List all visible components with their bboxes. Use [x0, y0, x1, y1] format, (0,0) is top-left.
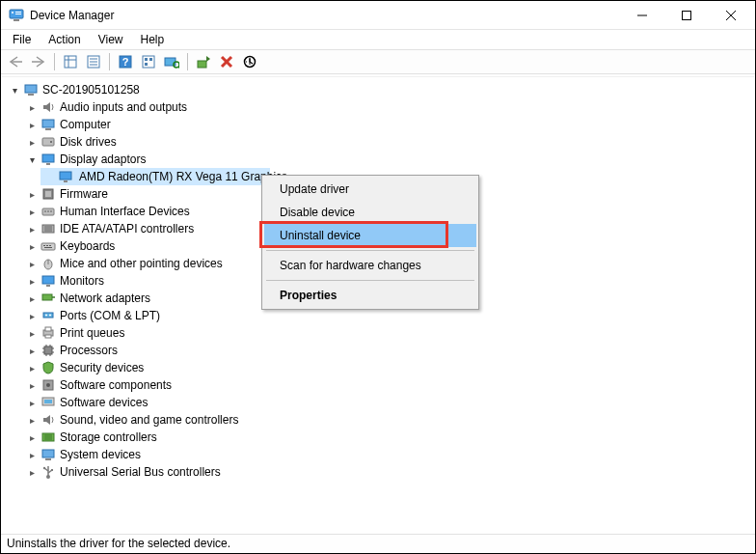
chevron-right-icon[interactable] [25, 309, 39, 322]
disable-toolbar-button[interactable] [239, 51, 260, 72]
tree-label: Software components [60, 378, 172, 392]
toolbar-separator [109, 53, 110, 70]
svg-rect-60 [42, 294, 52, 300]
chevron-right-icon[interactable] [25, 430, 39, 444]
tree-label: Firmware [60, 187, 108, 201]
menu-file[interactable]: File [5, 31, 39, 48]
display-adapter-icon [58, 169, 73, 184]
tree-label: Security devices [60, 361, 144, 374]
menu-action[interactable]: Action [40, 31, 88, 48]
svg-point-45 [47, 210, 49, 212]
maximize-button[interactable] [664, 1, 709, 30]
chevron-right-icon[interactable] [25, 118, 39, 131]
tree-item-audio[interactable]: Audio inputs and outputs [23, 98, 754, 116]
tree-item-display[interactable]: Display adaptors [23, 151, 754, 168]
tree-item-sound[interactable]: Sound, video and game controllers [23, 411, 754, 429]
toolbar-separator [187, 53, 188, 70]
computer-icon [23, 82, 39, 97]
chevron-right-icon[interactable] [25, 239, 39, 253]
menu-view[interactable]: View [91, 31, 131, 48]
context-scan-hardware[interactable]: Scan for hardware changes [264, 254, 476, 277]
forward-button[interactable] [28, 51, 49, 72]
chevron-right-icon[interactable] [25, 361, 39, 374]
minimize-button[interactable] [620, 1, 664, 30]
context-properties[interactable]: Properties [264, 284, 476, 307]
tree-label: Sound, video and game controllers [60, 413, 238, 427]
close-button[interactable] [709, 1, 753, 30]
chevron-right-icon[interactable] [25, 396, 39, 409]
keyboard-icon [40, 238, 56, 254]
menu-help[interactable]: Help [133, 31, 173, 48]
show-hide-tree-button[interactable] [60, 51, 81, 72]
ide-icon [40, 221, 56, 236]
window-title: Device Manager [30, 9, 620, 22]
display-adapter-icon [40, 152, 56, 167]
chevron-right-icon[interactable] [25, 222, 39, 235]
svg-rect-22 [149, 58, 152, 61]
usb-icon [40, 464, 56, 480]
chevron-right-icon[interactable] [25, 413, 39, 427]
tree-item-security[interactable]: Security devices [23, 359, 754, 376]
tree-root[interactable]: SC-201905101258 [6, 81, 754, 98]
toolbar-separator [54, 53, 55, 70]
uninstall-toolbar-button[interactable] [216, 51, 237, 72]
tree-item-system[interactable]: System devices [23, 446, 754, 463]
context-uninstall-device[interactable]: Uninstall device [264, 224, 476, 247]
svg-text:?: ? [122, 56, 129, 68]
chevron-right-icon[interactable] [25, 274, 39, 288]
chevron-right-icon[interactable] [25, 205, 39, 218]
svg-rect-51 [41, 243, 55, 250]
chevron-right-icon[interactable] [25, 378, 39, 392]
svg-point-46 [50, 210, 52, 212]
tree-label: Audio inputs and outputs [60, 100, 187, 114]
action-toolbar-button[interactable] [138, 51, 159, 72]
properties-toolbar-button[interactable] [83, 51, 104, 72]
software-device-icon [40, 395, 56, 410]
chevron-right-icon[interactable] [25, 344, 39, 357]
tree-item-printq[interactable]: Print queues [23, 324, 754, 342]
tree-item-disk[interactable]: Disk drives [23, 133, 754, 151]
software-component-icon [40, 377, 56, 393]
system-icon [40, 447, 56, 462]
tree-label: Computer [60, 118, 111, 131]
svg-rect-11 [65, 56, 76, 68]
chevron-right-icon[interactable] [25, 326, 39, 340]
update-driver-toolbar-button[interactable] [193, 51, 214, 72]
chevron-right-icon[interactable] [25, 257, 39, 270]
tree-label: IDE ATA/ATAPI controllers [60, 222, 194, 235]
tree-item-computer[interactable]: Computer [23, 116, 754, 133]
help-toolbar-button[interactable]: ? [115, 51, 136, 72]
tree-item-usb[interactable]: Universal Serial Bus controllers [23, 463, 754, 481]
tree-item-storage[interactable]: Storage controllers [23, 429, 754, 446]
svg-rect-34 [45, 128, 51, 130]
chevron-right-icon[interactable] [25, 135, 39, 149]
svg-point-91 [43, 467, 45, 469]
tree-item-softcomp[interactable]: Software components [23, 376, 754, 394]
scan-hardware-button[interactable] [161, 51, 182, 72]
chevron-right-icon[interactable] [25, 291, 39, 305]
svg-rect-4 [15, 14, 21, 14]
tree-item-processors[interactable]: Processors [23, 342, 754, 359]
chevron-right-icon[interactable] [25, 448, 39, 461]
tree-item-softdev[interactable]: Software devices [23, 394, 754, 411]
context-disable-device[interactable]: Disable device [264, 201, 476, 224]
svg-rect-42 [45, 191, 51, 197]
tree-label: Monitors [60, 274, 104, 288]
svg-point-63 [45, 315, 47, 317]
firmware-icon [40, 186, 56, 202]
context-update-driver[interactable]: Update driver [264, 178, 476, 201]
chevron-right-icon[interactable] [25, 100, 39, 114]
tree-label: Disk drives [60, 135, 117, 149]
svg-rect-86 [45, 458, 51, 460]
tree-item-display-child[interactable]: AMD Radeon(TM) RX Vega 11 Graphics [40, 168, 270, 185]
chevron-right-icon[interactable] [25, 187, 39, 201]
chevron-down-icon[interactable] [8, 83, 21, 97]
svg-point-64 [49, 315, 51, 317]
chevron-down-icon[interactable] [25, 152, 39, 166]
device-manager-icon [9, 8, 24, 23]
chevron-right-icon[interactable] [25, 465, 39, 479]
statusbar: Uninstalls the driver for the selected d… [1, 534, 755, 553]
audio-icon [40, 99, 56, 115]
back-button[interactable] [5, 51, 26, 72]
tree-label: Storage controllers [60, 430, 157, 444]
